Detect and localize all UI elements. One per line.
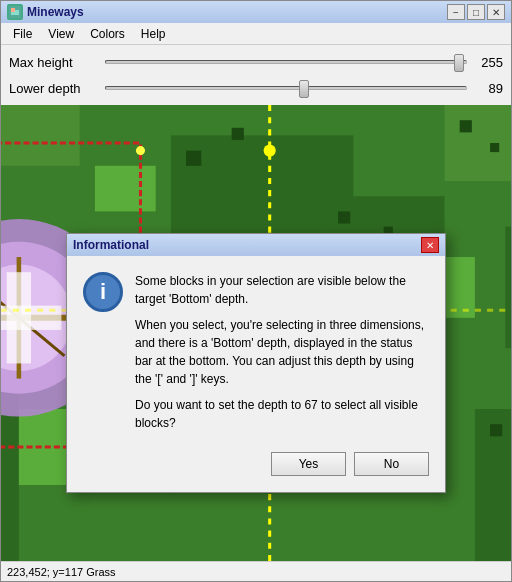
svg-rect-2 bbox=[11, 8, 15, 12]
lower-depth-thumb[interactable] bbox=[299, 80, 309, 98]
title-bar: Mineways − □ ✕ bbox=[1, 1, 511, 23]
maximize-button[interactable]: □ bbox=[467, 4, 485, 20]
no-button[interactable]: No bbox=[354, 452, 429, 476]
menu-view[interactable]: View bbox=[40, 25, 82, 43]
menu-file[interactable]: File bbox=[5, 25, 40, 43]
dialog-info-icon: i bbox=[83, 272, 123, 312]
max-height-row: Max height 255 bbox=[9, 49, 503, 75]
dialog-content: i Some blocks in your selection are visi… bbox=[83, 272, 429, 432]
yes-button[interactable]: Yes bbox=[271, 452, 346, 476]
status-text: 223,452; y=117 Grass bbox=[7, 566, 116, 578]
lower-depth-value: 89 bbox=[473, 81, 503, 96]
lower-depth-track[interactable] bbox=[105, 86, 467, 90]
dialog-para-2: When you select, you're selecting in thr… bbox=[135, 316, 429, 388]
max-height-track[interactable] bbox=[105, 60, 467, 64]
menu-bar: File View Colors Help bbox=[1, 23, 511, 45]
menu-help[interactable]: Help bbox=[133, 25, 174, 43]
dialog-title-bar: Informational ✕ bbox=[67, 234, 445, 256]
window-title: Mineways bbox=[27, 5, 447, 19]
sliders-area: Max height 255 Lower depth 89 bbox=[1, 45, 511, 105]
max-height-value: 255 bbox=[473, 55, 503, 70]
menu-colors[interactable]: Colors bbox=[82, 25, 133, 43]
window-controls: − □ ✕ bbox=[447, 4, 505, 20]
dialog-body: i Some blocks in your selection are visi… bbox=[67, 256, 445, 492]
dialog-close-button[interactable]: ✕ bbox=[421, 237, 439, 253]
informational-dialog: Informational ✕ i Some blocks in your se… bbox=[66, 233, 446, 493]
dialog-para-3: Do you want to set the depth to 67 to se… bbox=[135, 396, 429, 432]
app-icon bbox=[7, 4, 23, 20]
max-height-label: Max height bbox=[9, 55, 99, 70]
dialog-overlay: Informational ✕ i Some blocks in your se… bbox=[1, 105, 511, 561]
dialog-para-1: Some blocks in your selection are visibl… bbox=[135, 272, 429, 308]
lower-depth-row: Lower depth 89 bbox=[9, 75, 503, 101]
dialog-text: Some blocks in your selection are visibl… bbox=[135, 272, 429, 432]
minimize-button[interactable]: − bbox=[447, 4, 465, 20]
map-area[interactable]: Informational ✕ i Some blocks in your se… bbox=[1, 105, 511, 561]
max-height-thumb[interactable] bbox=[454, 54, 464, 72]
close-button[interactable]: ✕ bbox=[487, 4, 505, 20]
dialog-buttons: Yes No bbox=[83, 444, 429, 476]
main-window: Mineways − □ ✕ File View Colors Help Max… bbox=[0, 0, 512, 582]
dialog-title: Informational bbox=[73, 238, 421, 252]
lower-depth-label: Lower depth bbox=[9, 81, 99, 96]
status-bar: 223,452; y=117 Grass bbox=[1, 561, 511, 581]
